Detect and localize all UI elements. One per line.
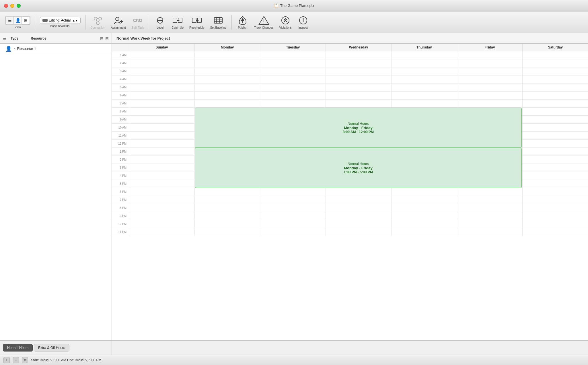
day-cell-3-19[interactable]: [326, 204, 392, 212]
day-cell-1-0[interactable]: [195, 51, 260, 59]
inspect-group[interactable]: Inspect: [295, 14, 311, 30]
tab-normal-hours[interactable]: Normal Hours: [3, 344, 33, 352]
filter-icon[interactable]: ⊟: [100, 36, 104, 41]
close-button[interactable]: [4, 4, 8, 8]
day-cell-6-1[interactable]: [523, 59, 588, 67]
day-cell-4-21[interactable]: [392, 220, 457, 228]
day-cell-3-20[interactable]: [326, 212, 392, 220]
day-cell-6-6[interactable]: [523, 100, 588, 107]
day-cell-3-2[interactable]: [326, 67, 392, 75]
day-cell-5-3[interactable]: [457, 75, 523, 83]
day-cell-2-4[interactable]: [260, 84, 326, 91]
day-cell-4-5[interactable]: [392, 92, 457, 99]
day-cell-6-22[interactable]: [523, 228, 588, 236]
day-cell-2-5[interactable]: [260, 92, 326, 99]
day-cell-6-14[interactable]: [523, 164, 588, 172]
baseline-select[interactable]: Editing: Actual ▲▼: [40, 17, 81, 24]
day-cell-4-17[interactable]: [392, 188, 457, 196]
day-cell-5-2[interactable]: [457, 67, 523, 75]
day-cell-4-18[interactable]: [392, 196, 457, 204]
day-cell-1-19[interactable]: [195, 204, 260, 212]
catch-up-group[interactable]: Catch Up: [169, 14, 186, 30]
day-cell-6-5[interactable]: [523, 92, 588, 99]
set-baseline-group[interactable]: Set Baseline: [208, 14, 229, 30]
day-cell-6-10[interactable]: [523, 132, 588, 139]
day-cell-5-22[interactable]: [457, 228, 523, 236]
day-cell-4-6[interactable]: [392, 100, 457, 107]
day-cell-0-18[interactable]: [129, 196, 195, 204]
day-cell-6-19[interactable]: [523, 204, 588, 212]
day-cell-4-4[interactable]: [392, 84, 457, 91]
day-cell-0-2[interactable]: [129, 67, 195, 75]
day-cell-0-9[interactable]: [129, 124, 195, 131]
day-cell-4-2[interactable]: [392, 67, 457, 75]
hierarchy-icon[interactable]: ⊞: [105, 36, 109, 41]
day-cell-1-21[interactable]: [195, 220, 260, 228]
day-cell-4-19[interactable]: [392, 204, 457, 212]
day-cell-0-20[interactable]: [129, 212, 195, 220]
day-cell-0-7[interactable]: [129, 108, 195, 115]
day-cell-6-13[interactable]: [523, 156, 588, 164]
day-cell-0-10[interactable]: [129, 132, 195, 139]
day-cell-0-19[interactable]: [129, 204, 195, 212]
day-cell-5-19[interactable]: [457, 204, 523, 212]
connection-group[interactable]: Connection: [88, 14, 108, 30]
add-button[interactable]: +: [3, 357, 10, 363]
day-cell-3-4[interactable]: [326, 84, 392, 91]
publish-group[interactable]: Publish: [235, 14, 251, 30]
day-cell-6-15[interactable]: [523, 172, 588, 180]
day-cell-6-11[interactable]: [523, 140, 588, 147]
day-cell-4-22[interactable]: [392, 228, 457, 236]
day-cell-0-3[interactable]: [129, 75, 195, 83]
day-cell-5-6[interactable]: [457, 100, 523, 107]
day-cell-3-1[interactable]: [326, 59, 392, 67]
day-cell-1-2[interactable]: [195, 67, 260, 75]
day-cell-0-21[interactable]: [129, 220, 195, 228]
day-cell-0-22[interactable]: [129, 228, 195, 236]
day-cell-2-20[interactable]: [260, 212, 326, 220]
day-cell-6-17[interactable]: [523, 188, 588, 196]
day-cell-0-5[interactable]: [129, 92, 195, 99]
day-cell-4-0[interactable]: [392, 51, 457, 59]
day-cell-6-12[interactable]: [523, 148, 588, 156]
day-cell-6-7[interactable]: [523, 108, 588, 115]
day-cell-0-14[interactable]: [129, 164, 195, 172]
day-cell-2-19[interactable]: [260, 204, 326, 212]
header-menu-icon[interactable]: ☰: [3, 36, 7, 41]
baseline-actual-group[interactable]: Editing: Actual ▲▼ Baseline/Actual: [38, 16, 82, 28]
day-cell-3-5[interactable]: [326, 92, 392, 99]
day-cell-5-17[interactable]: [457, 188, 523, 196]
day-cell-6-8[interactable]: [523, 116, 588, 123]
day-cell-1-1[interactable]: [195, 59, 260, 67]
day-cell-2-0[interactable]: [260, 51, 326, 59]
day-cell-0-12[interactable]: [129, 148, 195, 156]
day-cell-3-3[interactable]: [326, 75, 392, 83]
day-cell-3-22[interactable]: [326, 228, 392, 236]
day-cell-1-4[interactable]: [195, 84, 260, 91]
day-cell-5-20[interactable]: [457, 212, 523, 220]
calendar-event-morning-block[interactable]: Normal HoursMonday - Friday8:00 AM - 12:…: [195, 108, 522, 148]
day-cell-0-11[interactable]: [129, 140, 195, 147]
day-cell-0-16[interactable]: [129, 180, 195, 188]
maximize-button[interactable]: [17, 4, 21, 8]
track-changes-group[interactable]: Track Changes: [252, 14, 276, 30]
day-cell-2-3[interactable]: [260, 75, 326, 83]
day-cell-6-0[interactable]: [523, 51, 588, 59]
day-cell-3-0[interactable]: [326, 51, 392, 59]
tab-extra-off-hours[interactable]: Extra & Off Hours: [34, 344, 69, 352]
level-group[interactable]: Level: [152, 14, 168, 30]
assignment-group[interactable]: Assignment: [108, 14, 128, 30]
view-grid-icon[interactable]: ⊞: [22, 17, 30, 24]
day-cell-6-20[interactable]: [523, 212, 588, 220]
day-cell-2-21[interactable]: [260, 220, 326, 228]
day-cell-6-16[interactable]: [523, 180, 588, 188]
day-cell-0-0[interactable]: [129, 51, 195, 59]
day-cell-3-21[interactable]: [326, 220, 392, 228]
day-cell-5-4[interactable]: [457, 84, 523, 91]
day-cell-2-18[interactable]: [260, 196, 326, 204]
day-cell-1-17[interactable]: [195, 188, 260, 196]
day-cell-6-3[interactable]: [523, 75, 588, 83]
day-cell-1-18[interactable]: [195, 196, 260, 204]
day-cell-6-9[interactable]: [523, 124, 588, 131]
calendar-event-afternoon-block[interactable]: Normal HoursMonday - Friday1:00 PM - 5:0…: [195, 148, 522, 188]
